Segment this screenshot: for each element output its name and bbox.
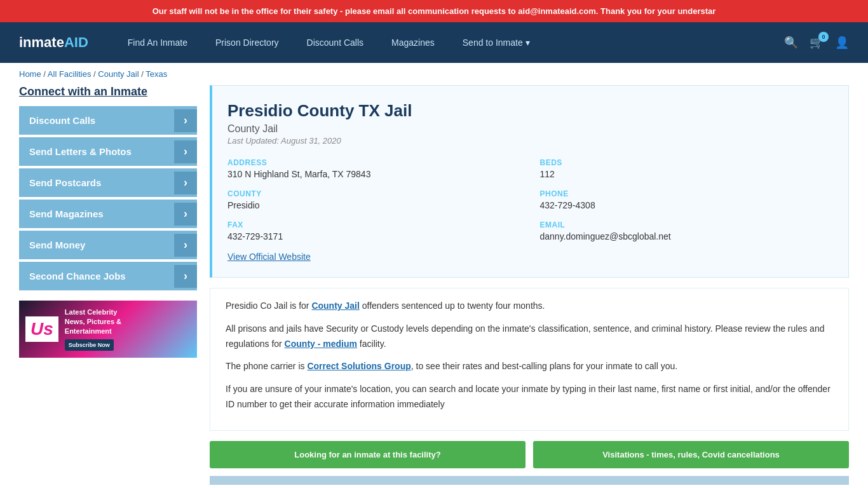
county-block: COUNTY Presidio	[227, 189, 521, 210]
fax-label: FAX	[227, 220, 521, 229]
nav-find-inmate[interactable]: Find An Inmate	[114, 22, 201, 63]
facility-name: Presidio County TX Jail	[227, 101, 833, 121]
chevron-right-icon: ›	[174, 109, 197, 132]
chevron-right-icon: ›	[174, 265, 197, 288]
beds-value: 112	[540, 169, 834, 179]
chevron-right-icon: ›	[174, 203, 197, 226]
breadcrumb-county-jail[interactable]: County Jail	[98, 69, 139, 79]
cart-count: 0	[818, 32, 829, 42]
main-layout: Connect with an Inmate Discount Calls › …	[0, 85, 868, 488]
facility-type: County Jail	[227, 123, 833, 135]
send-magazines-button[interactable]: Send Magazines ›	[19, 200, 197, 228]
phone-value: 432-729-4308	[540, 200, 834, 210]
description-para1: Presidio Co Jail is for County Jail offe…	[226, 299, 833, 314]
nav-discount-calls[interactable]: Discount Calls	[293, 22, 377, 63]
chevron-right-icon: ›	[174, 234, 197, 257]
description-area: Presidio Co Jail is for County Jail offe…	[210, 288, 849, 431]
beds-label: BEDS	[540, 158, 834, 167]
breadcrumb-all-facilities[interactable]: All Facilities	[48, 69, 92, 79]
send-postcards-button[interactable]: Send Postcards ›	[19, 168, 197, 197]
phone-block: PHONE 432-729-4308	[540, 189, 834, 210]
nav-send-to-inmate[interactable]: Send to Inmate ▾	[449, 22, 544, 63]
ad-subscribe-button[interactable]: Subscribe Now	[65, 339, 114, 351]
cart-button[interactable]: 🛒 0	[810, 36, 824, 50]
address-value: 310 N Highland St, Marfa, TX 79843	[227, 169, 521, 179]
breadcrumb-home[interactable]: Home	[19, 69, 41, 79]
discount-calls-button[interactable]: Discount Calls ›	[19, 106, 197, 135]
user-button[interactable]: 👤	[835, 36, 849, 50]
send-money-button[interactable]: Send Money ›	[19, 231, 197, 259]
ad-logo: Us	[25, 316, 58, 342]
facility-updated: Last Updated: August 31, 2020	[227, 136, 833, 146]
fax-block: FAX 432-729-3171	[227, 220, 521, 241]
facility-info-grid: ADDRESS 310 N Highland St, Marfa, TX 798…	[227, 158, 833, 241]
county-jail-link[interactable]: County Jail	[311, 301, 359, 311]
county-value: Presidio	[227, 200, 521, 210]
breadcrumb: Home / All Facilities / County Jail / Te…	[0, 63, 868, 85]
advertisement: Us Latest Celebrity News, Pictures & Ent…	[19, 301, 197, 358]
alert-banner: Our staff will not be in the office for …	[0, 0, 868, 22]
sidebar-title: Connect with an Inmate	[19, 85, 197, 98]
correct-solutions-link[interactable]: Correct Solutions Group	[307, 361, 410, 371]
email-value: danny.dominguez@sbcglobal.net	[540, 231, 834, 241]
content-area: Presidio County TX Jail County Jail Last…	[210, 85, 849, 485]
address-block: ADDRESS 310 N Highland St, Marfa, TX 798…	[227, 158, 521, 179]
description-para3: The phone carrier is Correct Solutions G…	[226, 359, 833, 374]
fax-value: 432-729-3171	[227, 231, 521, 241]
send-letters-button[interactable]: Send Letters & Photos ›	[19, 137, 197, 166]
nav-links: Find An Inmate Prison Directory Discount…	[114, 22, 784, 63]
chevron-right-icon: ›	[174, 140, 197, 163]
county-medium-link[interactable]: County - medium	[285, 339, 357, 349]
view-official-website-link[interactable]: View Official Website	[227, 252, 311, 262]
description-para4: If you are unsure of your inmate's locat…	[226, 382, 833, 412]
bottom-bar	[210, 476, 849, 485]
action-buttons: Looking for an inmate at this facility? …	[210, 441, 849, 468]
logo[interactable]: inmateAID	[19, 34, 88, 51]
main-nav: inmateAID Find An Inmate Prison Director…	[0, 22, 868, 63]
facility-card: Presidio County TX Jail County Jail Last…	[210, 85, 849, 278]
nav-magazines[interactable]: Magazines	[377, 22, 449, 63]
ad-content: Latest Celebrity News, Pictures & Entert…	[58, 302, 128, 356]
breadcrumb-texas[interactable]: Texas	[146, 69, 167, 79]
sidebar: Connect with an Inmate Discount Calls › …	[19, 85, 197, 485]
nav-prison-directory[interactable]: Prison Directory	[201, 22, 293, 63]
chevron-right-icon: ›	[174, 172, 197, 194]
email-label: EMAIL	[540, 220, 834, 229]
county-label: COUNTY	[227, 189, 521, 198]
description-para2: All prisons and jails have Security or C…	[226, 322, 833, 352]
email-block: EMAIL danny.dominguez@sbcglobal.net	[540, 220, 834, 241]
search-button[interactable]: 🔍	[784, 36, 798, 50]
address-label: ADDRESS	[227, 158, 521, 167]
second-chance-jobs-button[interactable]: Second Chance Jobs ›	[19, 262, 197, 290]
looking-for-inmate-button[interactable]: Looking for an inmate at this facility?	[210, 441, 526, 468]
phone-label: PHONE	[540, 189, 834, 198]
beds-block: BEDS 112	[540, 158, 834, 179]
nav-icons: 🔍 🛒 0 👤	[784, 36, 849, 50]
visitations-button[interactable]: Visitations - times, rules, Covid cancel…	[533, 441, 849, 468]
